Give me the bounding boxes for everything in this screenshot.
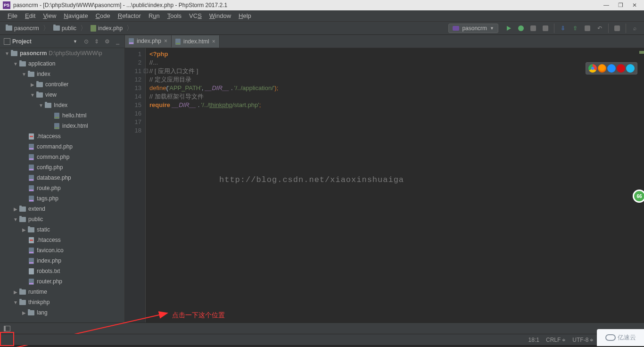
- menu-navigate[interactable]: Navigate: [60, 12, 91, 19]
- fold-expand-icon[interactable]: +: [144, 69, 148, 73]
- tree-item[interactable]: ▼thinkphp: [0, 297, 124, 307]
- tree-item[interactable]: config.php: [0, 162, 124, 173]
- menu-window[interactable]: Window: [206, 12, 235, 19]
- close-tab-button[interactable]: ×: [212, 38, 215, 45]
- close-button[interactable]: ✕: [632, 2, 637, 8]
- ht-icon: [27, 237, 35, 243]
- tree-arrow-icon: ▼: [4, 51, 10, 56]
- tree-item[interactable]: .htaccess: [0, 235, 124, 245]
- tree-item[interactable]: index.html: [0, 121, 124, 131]
- tree-item[interactable]: ▼pasoncrmD:\phpStudy\WWW\p: [0, 48, 124, 58]
- tree-item[interactable]: ▼view: [0, 90, 124, 100]
- menu-tools[interactable]: Tools: [164, 12, 185, 19]
- folder-icon: [53, 25, 60, 31]
- ie-icon[interactable]: [626, 64, 635, 73]
- analysis-badge[interactable]: 66: [633, 190, 644, 203]
- menu-help[interactable]: Help: [235, 12, 255, 19]
- menu-vcs[interactable]: VCS: [185, 12, 206, 19]
- run-configuration-dropdown[interactable]: pasoncrm ▼: [448, 24, 498, 33]
- tree-item[interactable]: hello.html: [0, 110, 124, 121]
- tree-item[interactable]: index.php: [0, 256, 124, 266]
- vcs-commit-button[interactable]: ⇧: [571, 25, 579, 32]
- scroll-from-source-button[interactable]: ⊙: [83, 38, 90, 45]
- minimize-button[interactable]: —: [603, 2, 609, 8]
- folder-icon: [27, 226, 35, 233]
- debug-button[interactable]: [517, 25, 525, 32]
- tree-item-label: thinkphp: [28, 299, 50, 306]
- chevron-down-icon[interactable]: ▼: [73, 39, 77, 44]
- tree-item[interactable]: ▼Index: [0, 100, 124, 110]
- editor-tab-index-html[interactable]: index.html ×: [172, 35, 220, 48]
- cursor-position[interactable]: 18:1: [528, 337, 539, 343]
- coverage-button[interactable]: [529, 25, 537, 32]
- tree-item[interactable]: database.php: [0, 173, 124, 183]
- vcs-update-button[interactable]: ⇩: [559, 25, 567, 32]
- tree-item-label: hello.html: [62, 112, 86, 119]
- editor-tab-index-php[interactable]: index.php ×: [125, 35, 172, 48]
- chevron-right-icon: 〉: [43, 24, 50, 33]
- tree-item[interactable]: tags.php: [0, 193, 124, 204]
- close-tab-button[interactable]: ×: [164, 38, 167, 44]
- tree-item-label: index.html: [62, 123, 88, 129]
- tree-item[interactable]: .htaccess: [0, 131, 124, 141]
- chrome-icon[interactable]: [588, 64, 597, 73]
- tree-item-label: command.php: [37, 143, 73, 150]
- collapse-all-button[interactable]: ⇕: [93, 38, 100, 45]
- tree-item[interactable]: command.php: [0, 141, 124, 152]
- tree-item[interactable]: ▼index: [0, 69, 124, 79]
- tree-item-label: extend: [28, 206, 45, 212]
- tree-item[interactable]: ▶static: [0, 224, 124, 235]
- opera-icon[interactable]: [617, 64, 625, 73]
- tree-arrow-icon: ▼: [38, 103, 44, 108]
- menu-code[interactable]: Code: [92, 12, 114, 19]
- tree-item[interactable]: ▼application: [0, 58, 124, 69]
- firefox-icon[interactable]: [598, 64, 606, 73]
- folder-icon: [27, 71, 35, 77]
- php-icon: [27, 174, 35, 181]
- breadcrumb-item[interactable]: index.php: [88, 24, 125, 33]
- html-icon: [53, 112, 60, 119]
- ht-icon: [27, 133, 35, 140]
- tree-item-label: application: [28, 60, 55, 67]
- stop-button[interactable]: [542, 25, 549, 32]
- code-editor[interactable]: 121112131415161718 <?php +//... // [ 应用入…: [125, 48, 644, 322]
- tree-item[interactable]: ▶runtime: [0, 287, 124, 297]
- project-tool-window: Project ▼ ⊙ ⇕ ⚙ ⎯ ▼pasoncrmD:\phpStudy\W…: [0, 35, 125, 322]
- tree-item-label: Index: [54, 102, 67, 108]
- menu-run[interactable]: Run: [145, 12, 164, 19]
- maximize-button[interactable]: ❐: [618, 2, 623, 8]
- tree-item[interactable]: router.php: [0, 276, 124, 287]
- tree-arrow-icon: ▼: [21, 72, 27, 77]
- menu-view[interactable]: View: [39, 12, 60, 19]
- safari-icon[interactable]: [607, 64, 616, 73]
- menu-refactor[interactable]: Refactor: [114, 12, 145, 19]
- tree-item-label: .htaccess: [37, 237, 61, 243]
- breadcrumb-item[interactable]: pasoncrm: [3, 24, 42, 33]
- settings-gear-icon[interactable]: ⚙: [104, 38, 110, 45]
- tree-item[interactable]: favicon.ico: [0, 245, 124, 256]
- menu-edit[interactable]: Edit: [21, 12, 39, 19]
- hide-button[interactable]: ⎯: [114, 38, 121, 45]
- project-tree[interactable]: ▼pasoncrmD:\phpStudy\WWW\p▼application▼i…: [0, 48, 124, 322]
- search-everywhere-button[interactable]: ⌕: [631, 25, 638, 32]
- menu-file[interactable]: File: [4, 12, 21, 19]
- file-encoding[interactable]: UTF-8≑: [572, 337, 594, 343]
- vcs-history-button[interactable]: [584, 25, 591, 32]
- breadcrumb-item[interactable]: public: [50, 24, 79, 33]
- tree-item[interactable]: ▶controller: [0, 79, 124, 90]
- tree-item[interactable]: common.php: [0, 152, 124, 162]
- tree-item[interactable]: route.php: [0, 183, 124, 193]
- vcs-revert-button[interactable]: ↶: [596, 25, 603, 32]
- tree-item[interactable]: robots.txt: [0, 266, 124, 276]
- tree-item[interactable]: ▼public: [0, 214, 124, 224]
- ide-settings-button[interactable]: [613, 25, 621, 32]
- tree-item[interactable]: ▶lang: [0, 307, 124, 318]
- tree-item[interactable]: ▶extend: [0, 204, 124, 214]
- project-panel-title: Project: [12, 38, 73, 45]
- php-icon: [27, 195, 35, 202]
- code-content[interactable]: <?php +//... // [ 应用入口文件 ] // 定义应用目录 def…: [146, 48, 644, 322]
- tool-window-toggle-button[interactable]: [4, 326, 10, 331]
- run-button[interactable]: [505, 25, 512, 32]
- line-ending[interactable]: CRLF≑: [546, 337, 566, 343]
- chevron-right-icon: 〉: [80, 24, 87, 33]
